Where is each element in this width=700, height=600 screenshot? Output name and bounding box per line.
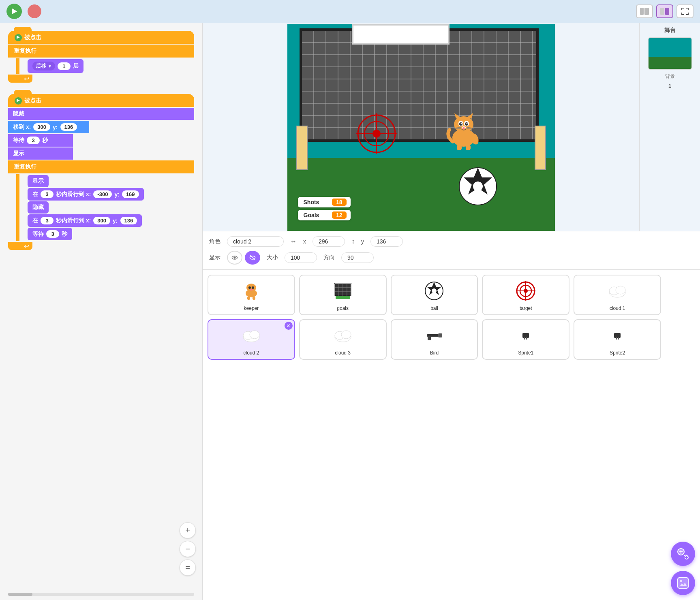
code-panel: 被点击 重复执行 后移 ▼ 1 层 — [0, 23, 203, 600]
glide1-label: 在 — [32, 191, 38, 198]
hide-block-2[interactable]: 隐藏 — [28, 201, 49, 214]
stage-title-label: 舞台 — [664, 27, 676, 34]
svg-rect-1 — [640, 8, 644, 15]
sprite-card-sprite1[interactable]: Sprite1 — [482, 319, 569, 360]
loop-end-1: ↩ — [8, 75, 32, 83]
move-block[interactable]: 后移 ▼ 1 层 — [28, 59, 83, 73]
svg-point-23 — [462, 127, 465, 129]
repeat-block-2[interactable]: 重复执行 — [8, 160, 194, 173]
move-num-input[interactable]: 1 — [58, 62, 71, 70]
sprite-label-target: target — [520, 305, 532, 311]
x-value-field[interactable]: 296 — [313, 236, 345, 247]
sprite-name-field[interactable]: cloud 2 — [227, 236, 284, 247]
y-value-field[interactable]: 136 — [370, 236, 403, 247]
sprite-card-cloud1[interactable]: cloud 1 — [574, 275, 661, 315]
svg-point-55 — [432, 288, 437, 293]
move-unit-label: 层 — [73, 62, 79, 70]
shots-label: Shots — [304, 199, 319, 205]
goto-y-label: y: — [53, 124, 58, 130]
top-bar — [0, 0, 700, 23]
stage-thumbnail[interactable] — [648, 37, 692, 70]
hide-display-button[interactable] — [245, 251, 260, 265]
sprite-label-cloud3: cloud 3 — [335, 350, 351, 356]
wait1-label: 等待 — [13, 137, 24, 144]
goto-y-input[interactable]: 136 — [60, 123, 77, 131]
sprite-label-sprite2: Sprite2 — [610, 350, 625, 356]
glide1-num-input[interactable]: 3 — [41, 190, 54, 198]
zoom-in-button[interactable]: + — [180, 522, 196, 538]
sprite-img-sprite2 — [605, 323, 629, 348]
sprite-card-ball[interactable]: ball — [391, 275, 478, 315]
goals-row: Goals 12 — [298, 210, 351, 220]
stop-button[interactable] — [28, 4, 41, 18]
delete-badge-cloud2[interactable]: ✕ — [285, 322, 293, 330]
svg-point-84 — [680, 580, 682, 582]
stage-canvas: Shots 18 Goals 12 — [287, 24, 555, 231]
svg-point-40 — [252, 286, 254, 289]
stage-bg-num: 1 — [668, 83, 671, 89]
sprite-label-cloud2: cloud 2 — [244, 350, 259, 356]
glide2-x-input[interactable]: 300 — [93, 217, 110, 224]
glide2-num-input[interactable]: 3 — [41, 217, 54, 224]
green-flag-button[interactable] — [6, 4, 22, 19]
flag-icon-1 — [15, 34, 22, 41]
glide-block-2[interactable]: 在 3 秒内滑行到 x: 300 y: 136 — [28, 214, 142, 227]
properties-panel: 角色 cloud 2 ↔ x 296 ↕ y 136 显示 — [203, 231, 700, 269]
repeat-label-1: 重复执行 — [14, 47, 36, 55]
sprite-label: 角色 — [209, 238, 220, 245]
glide-block-1[interactable]: 在 3 秒内滑行到 x: -300 y: 169 — [28, 188, 144, 201]
svg-rect-71 — [438, 333, 442, 337]
sprite-img-cloud2 — [239, 323, 263, 348]
zoom-reset-button[interactable]: = — [180, 559, 196, 576]
sprite-card-sprite2[interactable]: Sprite2 — [574, 319, 661, 360]
wait-block-2[interactable]: 等待 3 秒 — [28, 228, 72, 240]
wait-block-1[interactable]: 等待 3 秒 — [8, 134, 73, 147]
show-block-2[interactable]: 显示 — [28, 175, 49, 187]
svg-rect-43 — [253, 297, 255, 300]
scroll-bar-horizontal[interactable] — [8, 593, 194, 596]
shots-row: Shots 18 — [298, 197, 351, 207]
zoom-out-button[interactable]: − — [180, 541, 196, 557]
x-axis-icon: ↔ — [290, 238, 297, 245]
hide-block-1[interactable]: 隐藏 — [8, 108, 194, 120]
move-dir-label: 后移 — [36, 62, 46, 70]
glide1-x-input[interactable]: -300 — [93, 190, 112, 198]
svg-rect-4 — [665, 8, 669, 15]
glide1-y-input[interactable]: 169 — [122, 190, 139, 198]
sprite-card-bird[interactable]: Bird — [391, 319, 478, 360]
hide-label-1: 隐藏 — [13, 110, 24, 117]
sprite-label-ball: ball — [430, 305, 438, 311]
add-backdrop-button[interactable] — [671, 571, 695, 595]
sprite-card-keeper[interactable]: keeper — [208, 275, 295, 315]
move-dropdown[interactable]: 后移 ▼ — [32, 62, 55, 70]
direction-value-field[interactable]: 90 — [341, 252, 374, 263]
show1-label: 显示 — [13, 150, 24, 157]
sprite-card-target[interactable]: target — [482, 275, 569, 315]
goto-x-input[interactable]: 300 — [33, 123, 50, 131]
repeat-block-1[interactable]: 重复执行 — [8, 45, 194, 58]
sprite-card-cloud2[interactable]: ✕ cloud 2 — [208, 319, 295, 360]
svg-point-66 — [250, 331, 259, 339]
glide2-y-label: y: — [113, 218, 118, 224]
hat-block-1[interactable]: 被点击 — [8, 31, 194, 44]
goals-label: Goals — [304, 212, 319, 218]
split-view-button[interactable] — [636, 4, 653, 18]
wait2-unit-label: 秒 — [62, 231, 67, 238]
wait2-num-input[interactable]: 3 — [46, 230, 59, 238]
stage-view-button[interactable] — [656, 4, 673, 18]
show-display-button[interactable] — [227, 251, 242, 265]
show-block-1[interactable]: 显示 — [8, 147, 73, 160]
goto-block[interactable]: 移到 x: 300 y: 136 — [8, 121, 89, 133]
fullscreen-button[interactable] — [676, 4, 694, 18]
svg-point-21 — [466, 123, 467, 124]
svg-marker-5 — [17, 36, 20, 39]
add-sprite-button[interactable] — [671, 542, 695, 566]
sprite-card-goals[interactable]: goals — [299, 275, 387, 315]
glide2-y-input[interactable]: 136 — [120, 217, 137, 224]
hat-block-2[interactable]: 被点击 — [8, 94, 194, 107]
wait1-num-input[interactable]: 3 — [27, 137, 40, 144]
sprite-card-cloud3[interactable]: cloud 3 — [299, 319, 387, 360]
sprite-img-ball — [422, 279, 446, 303]
size-value-field[interactable]: 100 — [285, 252, 317, 263]
repeat-body-2: 显示 在 3 秒内滑行到 x: -300 y: 169 隐藏 — [16, 174, 194, 241]
